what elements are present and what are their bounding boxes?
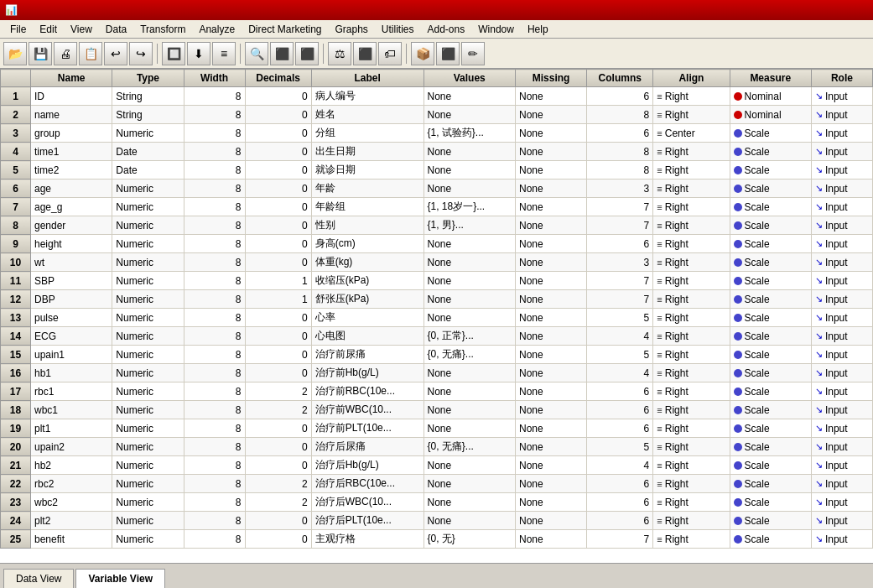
cell-label[interactable]: 心率 — [311, 309, 424, 327]
cell-label[interactable]: 体重(kg) — [311, 253, 424, 272]
toolbar-button-9[interactable]: ≡ — [212, 42, 236, 65]
toolbar-button-2[interactable]: 🖨 — [54, 42, 77, 65]
cell-name[interactable]: age — [31, 180, 112, 198]
cell-values[interactable]: None — [424, 235, 516, 253]
table-row[interactable]: 21hb2Numeric80治疗后Hb(g/L)NoneNone4≡RightS… — [1, 456, 873, 475]
col-header-type[interactable]: Type — [112, 70, 184, 87]
table-row[interactable]: 9heightNumeric80身高(cm)NoneNone6≡RightSca… — [1, 235, 873, 253]
cell-measure[interactable]: Scale — [730, 272, 811, 290]
cell-missing[interactable]: None — [516, 475, 587, 493]
table-row[interactable]: 24plt2Numeric80治疗后PLT(10e...NoneNone6≡Ri… — [1, 512, 873, 530]
cell-width[interactable]: 8 — [184, 235, 245, 253]
cell-missing[interactable]: None — [516, 124, 587, 143]
cell-role[interactable]: ↘Input — [811, 124, 872, 143]
cell-decimals[interactable]: 0 — [245, 419, 311, 438]
col-header-role[interactable]: Role — [811, 70, 872, 87]
cell-role[interactable]: ↘Input — [811, 493, 872, 512]
cell-label[interactable]: 病人编号 — [311, 87, 424, 106]
cell-width[interactable]: 8 — [184, 382, 245, 401]
cell-missing[interactable]: None — [516, 327, 587, 346]
cell-values[interactable]: None — [424, 419, 516, 438]
tab-variable-view[interactable]: Variable View — [75, 569, 165, 588]
cell-missing[interactable]: None — [516, 198, 587, 216]
cell-width[interactable]: 8 — [184, 346, 245, 364]
cell-values[interactable]: None — [424, 493, 516, 512]
cell-align[interactable]: ≡Right — [653, 382, 730, 401]
cell-values[interactable]: None — [424, 401, 516, 419]
cell-decimals[interactable]: 2 — [245, 382, 311, 401]
cell-values[interactable]: {1, 男}... — [424, 216, 516, 235]
cell-role[interactable]: ↘Input — [811, 475, 872, 493]
table-row[interactable]: 5time2Date80就诊日期NoneNone8≡RightScale↘Inp… — [1, 161, 873, 180]
cell-width[interactable]: 8 — [184, 198, 245, 216]
cell-missing[interactable]: None — [516, 364, 587, 382]
cell-decimals[interactable]: 0 — [245, 309, 311, 327]
table-row[interactable]: 23wbc2Numeric82治疗后WBC(10...NoneNone6≡Rig… — [1, 493, 873, 512]
table-row[interactable]: 16hb1Numeric80治疗前Hb(g/L)NoneNone4≡RightS… — [1, 364, 873, 382]
cell-type[interactable]: Numeric — [112, 327, 184, 346]
cell-measure[interactable]: Scale — [730, 235, 811, 253]
grid-container[interactable]: NameTypeWidthDecimalsLabelValuesMissingC… — [0, 69, 873, 563]
col-header-name[interactable]: Name — [31, 70, 112, 87]
cell-type[interactable]: Numeric — [112, 512, 184, 530]
cell-align[interactable]: ≡Right — [653, 198, 730, 216]
cell-name[interactable]: rbc1 — [31, 382, 112, 401]
col-header-width[interactable]: Width — [184, 70, 245, 87]
cell-measure[interactable]: Scale — [730, 512, 811, 530]
cell-role[interactable]: ↘Input — [811, 216, 872, 235]
cell-missing[interactable]: None — [516, 216, 587, 235]
cell-columns[interactable]: 5 — [587, 346, 653, 364]
cell-width[interactable]: 8 — [184, 253, 245, 272]
cell-decimals[interactable]: 0 — [245, 512, 311, 530]
cell-missing[interactable]: None — [516, 106, 587, 124]
cell-width[interactable]: 8 — [184, 124, 245, 143]
col-header-decimals[interactable]: Decimals — [245, 70, 311, 87]
table-row[interactable]: 1IDString80病人编号NoneNone6≡RightNominal↘In… — [1, 87, 873, 106]
toolbar-button-19[interactable]: 📦 — [411, 42, 434, 65]
toolbar-button-0[interactable]: 📂 — [3, 42, 27, 65]
toolbar-button-7[interactable]: 🔲 — [162, 42, 185, 65]
cell-label[interactable]: 心电图 — [311, 327, 424, 346]
cell-values[interactable]: None — [424, 309, 516, 327]
cell-role[interactable]: ↘Input — [811, 346, 872, 364]
cell-type[interactable]: String — [112, 106, 184, 124]
col-header-values[interactable]: Values — [424, 70, 516, 87]
cell-measure[interactable]: Scale — [730, 216, 811, 235]
cell-values[interactable]: {1, 试验药}... — [424, 124, 516, 143]
table-row[interactable]: 13pulseNumeric80心率NoneNone5≡RightScale↘I… — [1, 309, 873, 327]
cell-columns[interactable]: 6 — [587, 124, 653, 143]
cell-label[interactable]: 治疗后RBC(10e... — [311, 475, 424, 493]
cell-columns[interactable]: 3 — [587, 253, 653, 272]
cell-type[interactable]: Numeric — [112, 216, 184, 235]
table-row[interactable]: 25benefitNumeric80主观疗格{0, 无}None7≡RightS… — [1, 530, 873, 549]
cell-missing[interactable]: None — [516, 438, 587, 456]
table-row[interactable]: 22rbc2Numeric82治疗后RBC(10e...NoneNone6≡Ri… — [1, 475, 873, 493]
cell-name[interactable]: plt2 — [31, 512, 112, 530]
cell-columns[interactable]: 6 — [587, 475, 653, 493]
cell-decimals[interactable]: 0 — [245, 161, 311, 180]
cell-label[interactable]: 年龄组 — [311, 198, 424, 216]
cell-measure[interactable]: Scale — [730, 346, 811, 364]
cell-columns[interactable]: 8 — [587, 106, 653, 124]
cell-role[interactable]: ↘Input — [811, 309, 872, 327]
cell-width[interactable]: 8 — [184, 475, 245, 493]
cell-decimals[interactable]: 0 — [245, 456, 311, 475]
cell-name[interactable]: upain1 — [31, 346, 112, 364]
cell-name[interactable]: group — [31, 124, 112, 143]
menu-item-edit[interactable]: Edit — [33, 22, 64, 37]
cell-role[interactable]: ↘Input — [811, 198, 872, 216]
table-row[interactable]: 4time1Date80出生日期NoneNone8≡RightScale↘Inp… — [1, 143, 873, 161]
cell-align[interactable]: ≡Right — [653, 364, 730, 382]
cell-align[interactable]: ≡Right — [653, 253, 730, 272]
cell-name[interactable]: plt1 — [31, 419, 112, 438]
cell-align[interactable]: ≡Right — [653, 216, 730, 235]
cell-measure[interactable]: Scale — [730, 180, 811, 198]
cell-align[interactable]: ≡Right — [653, 493, 730, 512]
cell-type[interactable]: Numeric — [112, 364, 184, 382]
cell-label[interactable]: 出生日期 — [311, 143, 424, 161]
cell-type[interactable]: Numeric — [112, 493, 184, 512]
cell-role[interactable]: ↘Input — [811, 290, 872, 309]
table-row[interactable]: 12DBPNumeric81舒张压(kPa)NoneNone7≡RightSca… — [1, 290, 873, 309]
cell-values[interactable]: None — [424, 106, 516, 124]
cell-columns[interactable]: 5 — [587, 438, 653, 456]
